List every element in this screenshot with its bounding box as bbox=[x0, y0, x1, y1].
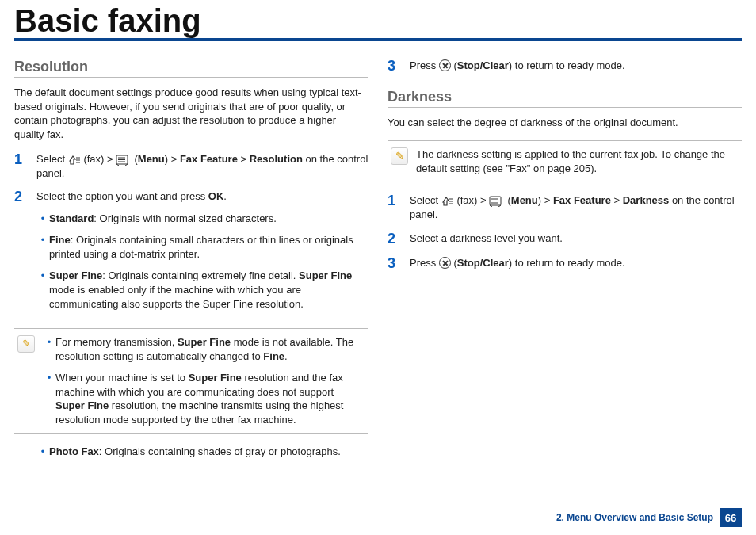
text: Select bbox=[410, 194, 441, 206]
heading-darkness: Darkness bbox=[388, 89, 742, 108]
step-number: 3 bbox=[388, 256, 410, 272]
text-bold: Standard bbox=[49, 212, 94, 224]
step-body: Press (Stop/Clear) to return to ready mo… bbox=[410, 59, 742, 75]
note-body: The darkness setting is applied to the c… bbox=[416, 147, 739, 175]
text-bold: Fine bbox=[263, 350, 284, 362]
step-number: 2 bbox=[14, 189, 36, 319]
opt-super-fine: •Super Fine: Originals containing extrem… bbox=[36, 269, 368, 311]
bullet: • bbox=[43, 371, 55, 426]
text-bold: Super Fine bbox=[189, 372, 242, 384]
text: (fax) > bbox=[456, 194, 489, 206]
right-column: 3 Press (Stop/Clear) to return to ready … bbox=[388, 59, 742, 467]
stop-clear-icon bbox=[439, 59, 451, 71]
stop-clear-icon bbox=[439, 257, 451, 269]
heading-resolution: Resolution bbox=[14, 59, 368, 78]
note-icon: ✎ bbox=[391, 147, 408, 165]
text: . bbox=[284, 350, 288, 362]
step-number: 1 bbox=[388, 193, 410, 221]
darkness-note: ✎ The darkness setting is applied to the… bbox=[388, 140, 742, 182]
text-bold: Stop/Clear bbox=[457, 59, 509, 71]
text: Press bbox=[410, 257, 439, 269]
page-title: Basic faxing bbox=[14, 0, 742, 41]
text: > bbox=[238, 153, 250, 165]
text: ) to return to ready mode. bbox=[509, 257, 625, 269]
text-bold: Super Fine bbox=[49, 269, 102, 281]
text: : Originals containing small characters … bbox=[49, 234, 353, 260]
note-item: •For memory transmission, Super Fine mod… bbox=[43, 335, 365, 363]
text: For memory transmission, bbox=[55, 336, 178, 348]
step-number: 1 bbox=[14, 152, 36, 180]
fax-icon bbox=[68, 155, 81, 166]
text-bold: Resolution bbox=[250, 153, 303, 165]
text-bold: Menu bbox=[138, 153, 165, 165]
text: > bbox=[611, 194, 623, 206]
opt-fine: •Fine: Originals containing small charac… bbox=[36, 233, 368, 261]
fax-icon bbox=[441, 196, 454, 207]
text-bold: Darkness bbox=[623, 194, 670, 206]
text-bold: Fine bbox=[49, 234, 71, 246]
darkness-step-1: 1 Select (fax) > (Menu) > Fax Feature > … bbox=[388, 193, 742, 221]
resolution-options-after-note: •Photo Fax: Originals containing shades … bbox=[14, 445, 368, 459]
note-item: •When your machine is set to Super Fine … bbox=[43, 371, 365, 426]
menu-icon bbox=[116, 155, 128, 166]
step-body: Select (fax) > (Menu) > Fax Feature > Da… bbox=[410, 193, 742, 221]
footer-page-number: 66 bbox=[720, 508, 742, 527]
text: mode is enabled only if the machine with… bbox=[49, 284, 304, 310]
resolution-options: •Standard: Originals with normal sized c… bbox=[36, 212, 368, 311]
text: ) > bbox=[165, 153, 180, 165]
text-bold: Super Fine bbox=[55, 399, 109, 411]
step-number: 2 bbox=[388, 231, 410, 247]
text: Select the option you want and press bbox=[36, 190, 208, 202]
text: : Originals with normal sized characters… bbox=[94, 212, 276, 224]
step-body: Select (fax) > (Menu) > Fax Feature > Re… bbox=[36, 152, 368, 180]
menu-icon bbox=[489, 196, 502, 207]
text: : Originals containing shades of gray or… bbox=[99, 445, 341, 457]
text: . bbox=[223, 190, 227, 202]
note-icon: ✎ bbox=[17, 335, 35, 353]
footer-chapter: 2. Menu Overview and Basic Setup bbox=[556, 512, 713, 523]
content-columns: Resolution The default document settings… bbox=[14, 59, 742, 467]
text: : Originals containing extremely fine de… bbox=[102, 269, 299, 281]
step-body: Select the option you want and press OK.… bbox=[36, 189, 368, 319]
text-bold: Photo Fax bbox=[49, 445, 99, 457]
bullet: • bbox=[36, 445, 49, 459]
bullet: • bbox=[36, 233, 49, 261]
step-body: Press (Stop/Clear) to return to ready mo… bbox=[410, 256, 742, 272]
step-body: Select a darkness level you want. bbox=[410, 231, 742, 247]
text-bold: Fax Feature bbox=[553, 194, 611, 206]
text-bold: Fax Feature bbox=[180, 153, 238, 165]
opt-photo-fax: •Photo Fax: Originals containing shades … bbox=[36, 445, 368, 459]
darkness-intro: You can select the degree of darkness of… bbox=[388, 116, 742, 130]
resolution-step-1: 1 Select (fax) > (Menu) > Fax Feature > … bbox=[14, 152, 368, 180]
text-bold: Menu bbox=[511, 194, 538, 206]
text: Press bbox=[410, 59, 439, 71]
opt-standard: •Standard: Originals with normal sized c… bbox=[36, 212, 368, 226]
resolution-intro: The default document settings produce go… bbox=[14, 86, 368, 141]
note-body: •For memory transmission, Super Fine mod… bbox=[43, 335, 365, 426]
text: When your machine is set to bbox=[55, 372, 189, 384]
text-bold: Super Fine bbox=[299, 269, 352, 281]
text: Select bbox=[36, 153, 68, 165]
darkness-step-2: 2 Select a darkness level you want. bbox=[388, 231, 742, 247]
text-bold: Super Fine bbox=[178, 336, 231, 348]
text-bold: OK bbox=[208, 190, 224, 202]
darkness-step-3: 3 Press (Stop/Clear) to return to ready … bbox=[388, 256, 742, 272]
resolution-step-3: 3 Press (Stop/Clear) to return to ready … bbox=[388, 59, 742, 75]
bullet: • bbox=[36, 212, 49, 226]
text: ) > bbox=[538, 194, 553, 206]
left-column: Resolution The default document settings… bbox=[14, 59, 368, 467]
text-bold: Stop/Clear bbox=[457, 257, 509, 269]
text: (fax) > bbox=[83, 153, 116, 165]
step-number: 3 bbox=[388, 59, 410, 75]
page-footer: 2. Menu Overview and Basic Setup 66 bbox=[556, 508, 742, 527]
resolution-note: ✎ •For memory transmission, Super Fine m… bbox=[14, 328, 368, 434]
bullet: • bbox=[43, 335, 55, 363]
bullet: • bbox=[36, 269, 49, 311]
resolution-step-2: 2 Select the option you want and press O… bbox=[14, 189, 368, 319]
text: ) to return to ready mode. bbox=[509, 59, 625, 71]
